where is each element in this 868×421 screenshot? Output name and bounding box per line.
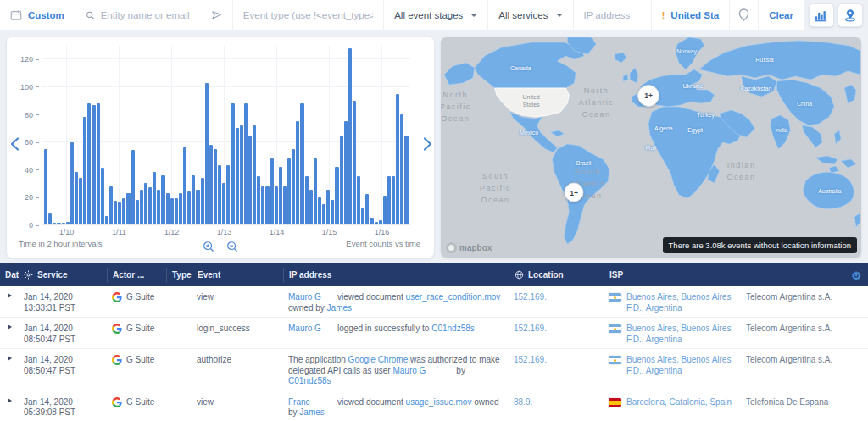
table-row[interactable]: Jan 14, 2020 08:50:47 PSTG Suitelogin_su… bbox=[0, 318, 868, 349]
zoom-in-icon[interactable] bbox=[203, 241, 214, 252]
histogram-bar[interactable] bbox=[287, 158, 291, 224]
chart-prev-button[interactable] bbox=[10, 137, 19, 153]
date-range-button[interactable]: Custom bbox=[0, 0, 75, 30]
column-header-location[interactable]: Location bbox=[509, 268, 604, 282]
cell-ip-address[interactable]: 152.169. bbox=[509, 286, 604, 307]
histogram-bar[interactable] bbox=[226, 165, 230, 224]
histogram-bar[interactable] bbox=[144, 183, 147, 224]
chart-view-button[interactable] bbox=[809, 3, 834, 27]
histogram-bar[interactable] bbox=[205, 83, 209, 224]
location-link[interactable]: Buenos Aires, Buenos Aires F.D., Argenti… bbox=[626, 292, 736, 313]
entity-search-input[interactable] bbox=[101, 10, 207, 20]
map-view-button[interactable] bbox=[837, 3, 863, 27]
histogram-bar[interactable] bbox=[400, 114, 403, 224]
histogram-bar[interactable] bbox=[365, 194, 369, 224]
histogram-bar[interactable] bbox=[375, 222, 378, 224]
location-link[interactable]: Barcelona, Catalonia, Spain bbox=[626, 397, 732, 408]
histogram-bar[interactable] bbox=[270, 158, 274, 224]
histogram-bar[interactable] bbox=[396, 94, 399, 224]
cell-ip-address[interactable]: 152.169. bbox=[509, 318, 604, 338]
histogram-bar[interactable] bbox=[257, 176, 260, 224]
entity-link[interactable]: user_race_condition.mov bbox=[406, 292, 501, 302]
histogram-bar[interactable] bbox=[404, 136, 408, 225]
entity-link[interactable]: James bbox=[299, 407, 324, 417]
histogram-bar[interactable] bbox=[70, 142, 74, 224]
histogram-bar[interactable] bbox=[348, 48, 352, 224]
histogram-bar[interactable] bbox=[392, 176, 395, 224]
histogram-bar[interactable] bbox=[92, 105, 95, 224]
event-cluster-bubble[interactable]: 1+ bbox=[637, 85, 659, 107]
event-type-input[interactable] bbox=[243, 10, 373, 20]
histogram-bar[interactable] bbox=[97, 103, 100, 224]
column-header-ip-address[interactable]: IP address bbox=[283, 268, 509, 282]
cell-ip-address[interactable]: 152.169. bbox=[509, 349, 604, 369]
chart-next-button[interactable] bbox=[423, 137, 432, 153]
cell-ip-address[interactable]: 88.9. bbox=[509, 391, 604, 412]
zoom-out-icon[interactable] bbox=[226, 241, 238, 252]
column-header-date-pst[interactable]: Date (PST ▾) bbox=[0, 268, 19, 282]
histogram-bar[interactable] bbox=[101, 168, 104, 224]
event-cluster-bubble[interactable]: 1+ bbox=[565, 183, 584, 202]
events-map-panel[interactable]: North Pacific OceanNorth Atlantic OceanS… bbox=[441, 37, 861, 258]
histogram-bar[interactable] bbox=[44, 149, 47, 224]
histogram-bar[interactable] bbox=[192, 175, 195, 224]
location-filter-button[interactable] bbox=[730, 0, 759, 30]
histogram-bar[interactable] bbox=[300, 103, 303, 224]
column-header-type[interactable]: Type bbox=[166, 268, 192, 282]
histogram-bar[interactable] bbox=[179, 193, 182, 224]
row-expand-button[interactable] bbox=[0, 391, 19, 407]
histogram-bar[interactable] bbox=[387, 176, 391, 224]
histogram-bar[interactable] bbox=[383, 196, 387, 224]
location-link[interactable]: Buenos Aires, Buenos Aires F.D., Argenti… bbox=[626, 355, 736, 376]
histogram-bar[interactable] bbox=[248, 136, 252, 225]
histogram-bar[interactable] bbox=[244, 103, 248, 224]
histogram-bar[interactable] bbox=[48, 213, 52, 224]
table-row[interactable]: Jan 14, 2020 13:33:31 PSTG SuiteviewMaur… bbox=[0, 286, 868, 318]
histogram-bar[interactable] bbox=[314, 158, 317, 224]
histogram-bar[interactable] bbox=[118, 202, 121, 224]
histogram-bar[interactable] bbox=[253, 125, 256, 224]
histogram-bar[interactable] bbox=[353, 101, 356, 224]
clear-filters-button[interactable]: Clear bbox=[759, 0, 804, 30]
row-expand-button[interactable] bbox=[0, 349, 19, 364]
table-settings-gear-icon[interactable]: ⚙ bbox=[851, 269, 861, 280]
histogram-bar[interactable] bbox=[114, 201, 117, 224]
country-filter-chip[interactable]: ! United Sta bbox=[652, 0, 731, 30]
entity-link[interactable]: Google Chrome bbox=[348, 355, 409, 364]
histogram-bar[interactable] bbox=[370, 218, 373, 224]
entity-link[interactable]: C01ndz58s bbox=[431, 324, 475, 333]
actor-link[interactable]: Mauro G bbox=[288, 324, 337, 335]
histogram-bar[interactable] bbox=[53, 223, 56, 224]
histogram-bar[interactable] bbox=[331, 200, 334, 224]
histogram-bar[interactable] bbox=[261, 186, 264, 224]
histogram-bar[interactable] bbox=[344, 121, 348, 224]
histogram-bar[interactable] bbox=[105, 216, 108, 224]
histogram-bar[interactable] bbox=[283, 186, 287, 224]
row-expand-button[interactable] bbox=[0, 318, 19, 333]
column-header-event[interactable]: Event bbox=[192, 268, 283, 282]
histogram-bar[interactable] bbox=[231, 103, 234, 224]
histogram-bar[interactable] bbox=[357, 176, 360, 224]
table-row[interactable]: Jan 14, 2020 08:50:47 PSTG Suiteauthoriz… bbox=[0, 349, 868, 391]
column-header-actor[interactable]: Actor ... bbox=[107, 268, 166, 282]
histogram-bar[interactable] bbox=[240, 125, 243, 224]
histogram-bar[interactable] bbox=[136, 200, 139, 224]
actor-link[interactable]: Franc bbox=[288, 397, 337, 408]
histogram-bar[interactable] bbox=[279, 167, 282, 224]
entity-link[interactable]: James bbox=[327, 303, 352, 313]
histogram-bar[interactable] bbox=[201, 178, 204, 224]
histogram-bar[interactable] bbox=[379, 220, 382, 224]
histogram-bar[interactable] bbox=[265, 186, 269, 224]
histogram-bar[interactable] bbox=[57, 223, 60, 224]
histogram-bar[interactable] bbox=[148, 187, 152, 224]
histogram-bar[interactable] bbox=[66, 222, 70, 224]
histogram-bar[interactable] bbox=[157, 190, 160, 224]
histogram-bar[interactable] bbox=[75, 172, 78, 224]
histogram-bar[interactable] bbox=[122, 198, 125, 224]
histogram-bar[interactable] bbox=[218, 165, 221, 224]
send-icon[interactable] bbox=[212, 9, 222, 20]
histogram-bar[interactable] bbox=[305, 176, 309, 224]
event-stages-dropdown[interactable]: All event stages bbox=[384, 0, 488, 30]
histogram-bar[interactable] bbox=[335, 167, 338, 224]
column-header-service[interactable]: Service bbox=[19, 268, 107, 282]
